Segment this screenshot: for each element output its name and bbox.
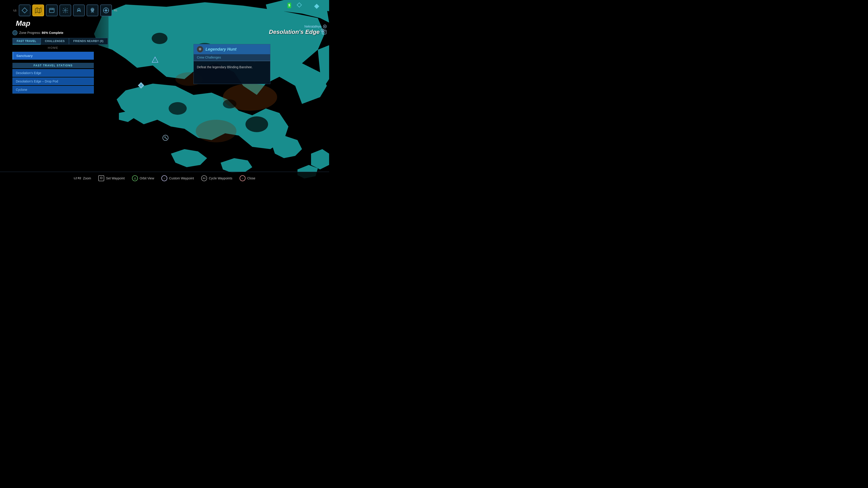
zone-main-name: Desolation's Edge <box>269 29 327 35</box>
popup-title: Legendary Hunt <box>206 47 237 52</box>
stations-section: FAST TRAVEL STATIONS Desolation's Edge D… <box>12 63 94 94</box>
nav-icon-challenges[interactable] <box>73 4 85 16</box>
nav-bar: L1 <box>13 4 117 16</box>
close-label: Close <box>247 176 255 180</box>
r3-button: R3 <box>201 175 207 181</box>
station-desolations-edge[interactable]: Desolation's Edge <box>12 69 94 77</box>
zone-progress: Zone Progress: 86% Complete <box>12 30 63 35</box>
popup-skull-icon <box>197 46 203 53</box>
action-orbit-view: △ Orbit View <box>132 175 154 181</box>
svg-point-25 <box>64 10 66 11</box>
zone-name-area: Nekratafeyo Desolation's Edge <box>269 24 327 35</box>
home-label: HOME <box>12 45 94 51</box>
action-set-waypoint: ☐ Set Waypoint <box>98 175 125 181</box>
search-icon[interactable] <box>320 28 326 35</box>
triangle-button: △ <box>132 175 138 181</box>
action-close: ○ Close <box>240 175 255 181</box>
action-custom-waypoint: ○ Custom Waypoint <box>161 175 194 181</box>
svg-point-49 <box>199 49 200 50</box>
nav-icon-social[interactable] <box>87 4 98 16</box>
svg-point-6 <box>246 116 268 132</box>
svg-line-42 <box>324 32 325 33</box>
location-popup: Legendary Hunt Crew Challenges Defeat th… <box>193 44 270 84</box>
zone-person: Nekratafeyo <box>269 24 327 29</box>
svg-point-26 <box>78 8 80 10</box>
popup-title-bar: Legendary Hunt <box>194 44 270 54</box>
svg-rect-21 <box>49 8 54 13</box>
zone-icon <box>12 30 18 35</box>
bottom-bar: L2 R2 Zoom ☐ Set Waypoint △ Orbit View ○… <box>0 172 329 184</box>
svg-text:!: ! <box>155 60 156 62</box>
orbit-view-label: Orbit View <box>140 176 154 180</box>
tab-fast-travel[interactable]: FAST TRAVEL <box>12 38 41 44</box>
svg-point-48 <box>199 48 202 51</box>
action-zoom: L2 R2 Zoom <box>74 176 91 180</box>
circle-button-close: ○ <box>240 175 246 181</box>
square-button: ☐ <box>98 175 104 181</box>
svg-marker-17 <box>22 8 27 13</box>
tabs-container: FAST TRAVEL CHALLENGES FRIENDS NEARBY (0… <box>12 38 108 44</box>
map-title: Map <box>16 19 30 28</box>
svg-rect-53 <box>199 50 200 51</box>
nav-icon-map[interactable] <box>32 4 44 16</box>
action-cycle-waypoints: R3 Cycle Waypoints <box>201 175 232 181</box>
set-waypoint-label: Set Waypoint <box>106 176 125 180</box>
station-desolations-edge-drop[interactable]: Desolation's Edge – Drop Pod <box>12 77 94 85</box>
svg-point-3 <box>152 33 167 44</box>
popup-body: Defeat the legendary Blinding Banshee. <box>194 61 270 84</box>
nav-icon-settings[interactable] <box>59 4 71 16</box>
zoom-label: Zoom <box>83 176 91 180</box>
zoom-button-label: L2 R2 <box>74 177 81 180</box>
circle-button-custom: ○ <box>161 175 167 181</box>
custom-waypoint-label: Custom Waypoint <box>169 176 194 180</box>
waypoint-icon-topright <box>297 2 302 9</box>
nav-icon-inventory[interactable] <box>46 4 58 16</box>
cycle-waypoints-label: Cycle Waypoints <box>209 176 232 180</box>
svg-point-41 <box>321 29 324 32</box>
home-section: HOME Sanctuary <box>12 45 94 61</box>
tab-challenges[interactable]: CHALLENGES <box>41 38 69 44</box>
sanctuary-button[interactable]: Sanctuary <box>12 52 94 60</box>
l1-label: L1 <box>13 9 17 12</box>
svg-marker-18 <box>35 8 41 13</box>
nav-icon-diamond[interactable] <box>19 4 31 16</box>
svg-rect-47 <box>297 3 302 7</box>
stations-header: FAST TRAVEL STATIONS <box>12 63 94 68</box>
currency-icon: $ <box>286 2 293 10</box>
svg-point-7 <box>223 99 237 108</box>
svg-point-28 <box>93 9 94 10</box>
svg-point-50 <box>200 49 201 50</box>
tab-friends[interactable]: FRIENDS NEARBY (0) <box>69 38 107 44</box>
zone-progress-text: Zone Progress: 86% Complete <box>19 31 63 35</box>
svg-point-37 <box>324 26 326 27</box>
r1-label: R1 <box>114 9 117 12</box>
svg-text:$: $ <box>288 3 290 7</box>
svg-point-1 <box>196 120 237 142</box>
svg-point-30 <box>105 9 107 11</box>
popup-subtitle: Crew Challenges <box>194 54 270 61</box>
svg-point-5 <box>168 102 187 115</box>
nav-icon-extra[interactable] <box>100 4 112 16</box>
station-cyclone[interactable]: Cyclone <box>12 86 94 94</box>
svg-text:🔧: 🔧 <box>164 136 167 139</box>
svg-point-27 <box>91 9 92 10</box>
map-marker-tools: 🔧 <box>163 135 168 140</box>
